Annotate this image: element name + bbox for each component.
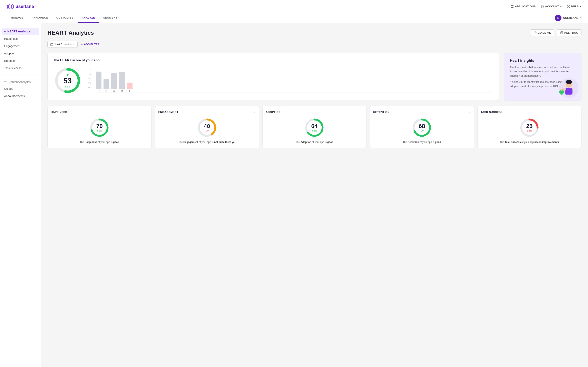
sidebar-item-heart[interactable]: ♥ HEART Analytics <box>2 28 39 35</box>
filter-bar: Last 6 months ▾ + ADD FILTER <box>47 41 581 48</box>
top-right-menu: APPLICATIONS ACCOUNT ▾ ? HELP ▾ <box>510 5 581 8</box>
task-success-change: ↓ 2% <box>526 129 532 132</box>
bar-chart-area: 100 75 50 25 0 H <box>88 68 493 93</box>
task-success-desc: The Task Success of your app needs impro… <box>500 140 559 144</box>
bar-A: A <box>111 73 117 92</box>
bar-T: T <box>127 83 132 92</box>
adoption-change: ↑ 3% <box>311 129 318 132</box>
metric-header-task-success: TASK SUCCESS → <box>481 110 578 114</box>
metric-arrow-happiness[interactable]: → <box>144 110 148 114</box>
metric-name-happiness: HAPPINESS <box>51 110 67 114</box>
metric-arrow-adoption[interactable]: → <box>359 110 363 114</box>
sidebar-item-retention[interactable]: Retention <box>0 57 41 64</box>
svg-point-8 <box>535 33 536 33</box>
heart-score-inner: ♥ 53 ↑ 7% 100 75 50 <box>53 66 493 95</box>
insights-card: Heart insights The five metrics below ar… <box>504 53 581 101</box>
sidebar-heart-label: HEART Analytics <box>7 30 31 33</box>
metric-arrow-retention[interactable]: → <box>467 110 471 114</box>
app-layout: ♥ HEART Analytics Happiness Engagement A… <box>0 23 588 367</box>
retention-score: 68 <box>419 123 425 129</box>
metric-card-task-success: TASK SUCCESS → 25 ↓ 2% The Task Success … <box>477 106 581 148</box>
heart-score-number: 53 <box>63 77 72 85</box>
account-label: ACCOUNT <box>545 5 559 8</box>
heart-score-title: The HEART score of your app <box>53 58 493 62</box>
guide-me-button[interactable]: GUIDE ME <box>530 29 554 36</box>
sidebar-adoption-label: Adoption <box>4 52 15 55</box>
happiness-center: 70 ↑ 2% <box>96 123 103 132</box>
heart-icon: ♥ <box>4 30 6 33</box>
adoption-center: 64 ↑ 3% <box>311 123 318 132</box>
sidebar-task-success-label: Task Success <box>4 67 22 70</box>
page-header: HEART Analytics GUIDE ME HELP DOC <box>47 29 581 36</box>
sidebar-divider <box>0 74 41 75</box>
metrics-row: HAPPINESS → 70 ↑ 2% The Happiness of you… <box>47 106 581 148</box>
main-content: HEART Analytics GUIDE ME HELP DOC Last 6… <box>41 23 588 367</box>
second-nav: MANAGE ANNOUNCE CUSTOMIZE ANALYZE SEGMEN… <box>0 13 588 23</box>
date-filter[interactable]: Last 6 months ▾ <box>47 41 78 48</box>
engagement-desc: The Engagement of your app is not quite … <box>178 140 235 144</box>
sidebar-content-analytics[interactable]: 〜 Content Analytics <box>0 77 41 85</box>
svg-rect-2 <box>511 7 512 8</box>
nav-segment[interactable]: SEGMENT <box>99 13 121 23</box>
svg-rect-1 <box>512 5 513 6</box>
chart-icon: 〜 <box>4 80 7 84</box>
metric-arrow-task-success[interactable]: → <box>574 110 578 114</box>
nav-customize[interactable]: CUSTOMIZE <box>52 13 78 23</box>
plus-icon: + <box>81 43 83 46</box>
svg-point-4 <box>542 6 543 7</box>
engagement-center: 40 ↓ 1% <box>204 123 210 132</box>
sidebar-engagement-label: Engagement <box>4 44 20 48</box>
metric-header-adoption: ADOPTION → <box>266 110 363 114</box>
applications-menu[interactable]: APPLICATIONS <box>510 5 536 8</box>
bar-E: E <box>104 79 109 92</box>
retention-desc: The Retention of your app is good <box>403 140 441 144</box>
y-axis: 100 75 50 25 0 <box>88 68 92 89</box>
insights-illustration <box>555 74 578 99</box>
logo[interactable]: userlane <box>7 4 34 9</box>
nav-links: MANAGE ANNOUNCE CUSTOMIZE ANALYZE SEGMEN… <box>7 13 121 23</box>
heart-score-center: ♥ 53 ↑ 7% <box>63 73 72 88</box>
bar-R: R <box>119 72 125 92</box>
engagement-score: 40 <box>204 123 210 129</box>
nav-manage[interactable]: MANAGE <box>7 13 27 23</box>
sidebar-item-engagement[interactable]: Engagement <box>0 42 41 50</box>
add-filter-button[interactable]: + ADD FILTER <box>81 43 100 46</box>
metric-name-task-success: TASK SUCCESS <box>481 110 503 114</box>
person-illustration <box>555 74 578 98</box>
help-menu[interactable]: ? HELP ▾ <box>567 5 581 8</box>
task-success-center: 25 ↓ 2% <box>526 123 532 132</box>
nav-analyze[interactable]: ANALYZE <box>78 13 99 23</box>
top-row: The HEART score of your app ♥ 53 <box>47 53 581 101</box>
bar-chart: 100 75 50 25 0 H <box>88 68 493 93</box>
nav-announce[interactable]: ANNOUNCE <box>27 13 52 23</box>
grid-icon <box>510 5 514 8</box>
metric-arrow-engagement[interactable]: → <box>252 110 256 114</box>
metric-header-happiness: HAPPINESS → <box>51 110 148 114</box>
user-menu[interactable]: ☺ USERLANE ▾ <box>555 15 581 21</box>
sidebar-item-guides[interactable]: Guides <box>0 85 41 92</box>
bars-container: H E A <box>96 68 493 93</box>
heart-score-change: ↑ 7% <box>63 85 72 88</box>
content-analytics-label: Content Analytics <box>9 80 31 83</box>
svg-text:?: ? <box>568 6 569 8</box>
sidebar-item-announcements[interactable]: Announcements <box>0 92 41 100</box>
metric-card-adoption: ADOPTION → 64 ↑ 3% The Adoption of your … <box>262 106 366 148</box>
metric-donut-retention: 68 ↑ 2% <box>412 117 432 138</box>
adoption-score: 64 <box>311 123 318 129</box>
metric-donut-happiness: 70 ↑ 2% <box>89 117 110 138</box>
help-doc-button[interactable]: HELP DOC <box>557 29 581 36</box>
sidebar-announcements-label: Announcements <box>4 94 25 98</box>
metric-card-happiness: HAPPINESS → 70 ↑ 2% The Happiness of you… <box>47 106 151 148</box>
sidebar-item-task-success[interactable]: Task Success <box>0 64 41 72</box>
svg-rect-3 <box>512 7 513 8</box>
heart-score-donut: ♥ 53 ↑ 7% <box>53 66 82 95</box>
calendar-icon <box>51 43 53 46</box>
sidebar-happiness-label: Happiness <box>4 37 17 40</box>
help-icon: ? <box>567 5 570 8</box>
sidebar-item-adoption[interactable]: Adoption <box>0 50 41 57</box>
sidebar-guides-label: Guides <box>4 87 13 90</box>
account-menu[interactable]: ACCOUNT ▾ <box>541 5 562 8</box>
help-label: HELP <box>571 5 579 8</box>
sidebar-item-happiness[interactable]: Happiness <box>0 35 41 42</box>
user-avatar: ☺ <box>555 15 562 21</box>
